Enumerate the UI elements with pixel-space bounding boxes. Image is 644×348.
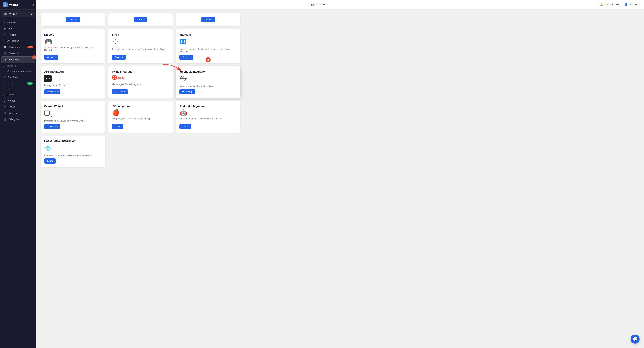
studio-icon: ⊡ [4,82,6,85]
latest-updates-button[interactable]: 🔔 Latest Updates [598,2,622,7]
sidebar-item-functions[interactable]: ⊞ Functions [1,74,35,80]
discord-connect-button-top[interactable]: Connect [66,17,80,22]
slack-connect-button-top[interactable]: Connect [134,17,148,22]
react-native-learn-button[interactable]: Learn [44,159,56,164]
sidebar-item-conversations[interactable]: 💬 Conversations 227 [1,44,35,50]
slack-connect-button[interactable]: Connect [112,55,126,60]
discord-card: Connect [41,13,105,26]
api-icon: API [44,75,52,82]
android-learn-button[interactable]: Learn [180,124,191,129]
webhook-manage-gear-icon: ⚙ [182,90,184,93]
sidebar-item-studio[interactable]: ⊡ Studio New [1,80,35,86]
api-title: API Integration [44,70,102,73]
android-desc: Integrate your chatbot into your Android… [180,117,237,122]
sidebar-item-leads[interactable]: 👤 Leads [1,104,35,110]
sidebar-label-overview: Overview [8,21,17,24]
search-widget-icon [44,109,102,118]
ios-learn-button[interactable]: Learn [112,124,123,129]
workspace-icon: 🤖 [4,12,7,15]
react-native-title: React Native Integration [44,139,102,142]
intercom-icon [180,38,237,46]
svg-rect-3 [115,43,116,44]
svg-rect-1 [115,39,116,40]
logo-icon: 🤖 [2,2,8,7]
sidebar-item-debug-lab[interactable]: 🔬 Debug Lab [1,116,35,122]
conversations-badge: 227 [28,46,33,48]
intercom-connect-button-top[interactable]: Connect [201,17,215,22]
svg-point-11 [113,78,114,79]
live-icon: ◎ [4,27,6,30]
training-icon: ✎ [4,33,6,36]
svg-line-20 [51,116,52,117]
discord-desc: To access your chatbot using Discord, co… [44,46,102,53]
sidebar-label-ai-helpdesk: AI Helpdesk [8,39,20,42]
settings-section-label: Settings [0,87,36,91]
slack-desc: To access your chatbot using Slack, conn… [112,48,169,53]
sidebar-item-overview[interactable]: ⊞ Overview [1,19,35,25]
account-label: Account [629,3,637,6]
sidebar-collapse-icon[interactable]: ◀ [32,3,34,6]
android-card: Android Integration 🤖 Integrate your cha… [176,101,240,133]
workspace-selector[interactable]: 🤖 YourGPT ⌄ [2,11,35,17]
webhook-card: Webhook Integration Manage your Webhook … [176,66,240,98]
member-icon: 👤 [4,112,6,114]
react-native-desc: Integrate your chatbot into your React N… [44,154,102,157]
ios-icon: 🍎 [112,109,169,116]
webhook-title: Webhook Integration [180,70,237,73]
chatbot-icon: 🤖 [311,3,314,6]
integrations-icon: ⚙ [4,58,6,61]
sidebar-label-member: Member [8,112,17,114]
ios-desc: Integrate your chatbot into your iOS app… [112,117,169,122]
api-desc: Manage your API keys [44,84,102,87]
sidebar-item-training[interactable]: ✎ Training [1,32,35,38]
twilio-manage-button[interactable]: ⚙ Manage [112,89,128,94]
react-native-card: React Native Integration Integrate your … [41,136,105,167]
sidebar-item-general[interactable]: ⚙ General [1,92,35,98]
discord-connect-button[interactable]: Connect [44,55,58,60]
react-native-learn-label: Learn [47,160,53,162]
svg-point-12 [115,78,116,79]
android-title: Android Integration [180,104,237,108]
ai-helpdesk-icon: ⊙ [4,39,6,42]
sidebar-item-ai-helpdesk[interactable]: ⊙ AI Helpdesk [1,38,35,44]
svg-point-10 [115,76,116,77]
account-button[interactable]: 👤 Account ⌄ [625,3,640,6]
svg-rect-0 [112,41,114,42]
main-panel: 🤖 Chatbots 🔔 Latest Updates 👤 Account ⌄ … [36,0,644,348]
sidebar-label-widget: Widget [8,99,15,102]
api-manage-button[interactable]: ⚙ Manage [44,89,60,94]
functions-icon: ⊞ [4,76,6,79]
svg-point-21 [47,147,49,149]
svg-rect-7 [184,40,185,43]
account-chevron: ⌄ [638,3,640,6]
sidebar-item-widget[interactable]: ⊡ Widget [1,98,35,104]
android-learn-label: Learn [182,125,188,128]
sidebar-nav: ⊞ Overview ◎ Live ✎ Training ⊙ AI Helpde… [0,18,36,348]
leads-icon: 👤 [4,106,6,108]
sidebar-item-live[interactable]: ◎ Live [1,25,35,31]
intercom-connect-button[interactable]: Connect [180,55,194,60]
sidebar-item-contacts[interactable]: 👤 Contacts [1,50,35,56]
sidebar-item-member[interactable]: 👤 Member [1,110,35,116]
slack-card-top: Connect [108,13,173,26]
search-widget-gear-icon: ⚙ [47,125,49,128]
contacts-icon: 👤 [4,52,6,55]
svg-rect-2 [117,41,118,42]
sidebar-label-training: Training [8,33,16,36]
topbar-center: 🤖 Chatbots [311,3,327,6]
webhook-manage-button[interactable]: ⚙ Manage [180,89,196,94]
topbar-right: 🔔 Latest Updates 👤 Account ⌄ [598,2,640,7]
sidebar-item-integrations[interactable]: ⚙ Integrations 1 [1,56,35,63]
app-name: YourGPT [9,3,21,6]
webhook-desc: Manage your Webhook Integration [180,85,237,87]
api-manage-gear-icon: ⚙ [47,90,49,93]
chat-fab-button[interactable]: 💬 [630,335,640,344]
sidebar-label-conversations: Conversations [8,46,24,48]
sidebar-label-integrations: Integrations [8,58,20,61]
api-manage-label: Manage [50,90,58,93]
sidebar-item-automated-responses[interactable]: ↩ Automated Responses [1,68,35,74]
twilio-icon: twilio [112,75,169,81]
api-integration-card: API Integration API Manage your API keys… [41,66,105,98]
search-widget-manage-button[interactable]: ⚙ Manage [44,124,60,129]
sidebar: 🤖 YourGPT ◀ 🤖 YourGPT ⌄ ⊞ Overview ◎ Liv… [0,0,36,348]
